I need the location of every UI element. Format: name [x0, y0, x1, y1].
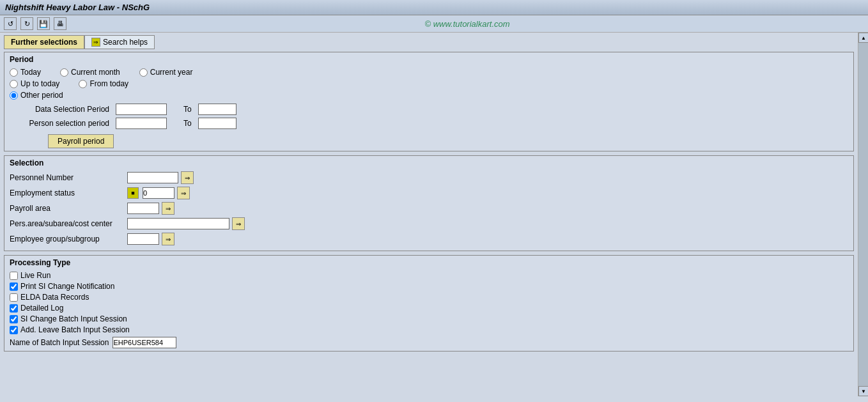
payroll-area-select-btn[interactable]: ⇒ — [162, 202, 174, 215]
pers-area-label: Pers.area/subarea/cost center — [10, 219, 125, 228]
person-selection-period-row: Person selection period To — [10, 118, 848, 129]
add-leave-batch-row: Add. Leave Batch Input Session — [10, 325, 848, 334]
selection-section: Selection Personnel Number ⇒ Employment … — [4, 155, 854, 251]
current-month-radio[interactable] — [60, 68, 68, 77]
employment-status-icon[interactable]: ■ — [127, 187, 139, 199]
current-year-label: Current year — [150, 68, 193, 77]
save-icon[interactable]: 💾 — [37, 17, 50, 30]
payroll-area-row: Payroll area ⇒ — [10, 202, 848, 215]
print-si-label: Print SI Change Notification — [20, 282, 114, 291]
data-selection-to-input[interactable] — [198, 104, 236, 115]
live-run-checkbox[interactable] — [10, 272, 18, 280]
data-selection-from-input[interactable] — [116, 104, 167, 115]
from-today-label: From today — [89, 79, 128, 88]
personnel-number-input[interactable] — [127, 172, 178, 183]
pers-area-input[interactable] — [127, 218, 229, 229]
add-leave-batch-checkbox[interactable] — [10, 326, 18, 334]
further-selections-button[interactable]: Further selections — [4, 35, 84, 49]
person-selection-from-input[interactable] — [116, 118, 167, 129]
watermark: © www.tutorialkart.com — [70, 19, 864, 29]
scroll-track — [858, 43, 868, 386]
batch-input-value[interactable] — [112, 337, 176, 348]
employee-group-label: Employee group/subgroup — [10, 235, 125, 244]
payroll-period-button[interactable]: Payroll period — [48, 134, 114, 148]
payroll-period-row: Payroll period — [10, 132, 848, 148]
person-selection-to-label: To — [183, 119, 192, 128]
current-year-radio[interactable] — [139, 68, 148, 77]
employee-group-select-btn[interactable]: ⇒ — [162, 233, 174, 245]
forward-icon[interactable]: ↻ — [20, 17, 33, 30]
live-run-row: Live Run — [10, 271, 848, 280]
scroll-up-button[interactable]: ▲ — [858, 33, 868, 43]
pers-area-select-btn[interactable]: ⇒ — [232, 217, 245, 230]
elda-row: ELDA Data Records — [10, 293, 848, 302]
other-period-radio-row: Other period — [10, 91, 848, 100]
print-icon[interactable]: 🖶 — [54, 17, 66, 30]
search-helps-button[interactable]: ⇒ Search helps — [84, 35, 155, 49]
title-bar: Nightshift Heavy Labor Law - NSchG — [0, 0, 868, 15]
employee-group-input[interactable] — [127, 233, 159, 245]
other-period-radio[interactable] — [10, 91, 18, 100]
today-label: Today — [20, 68, 41, 77]
scroll-down-button[interactable]: ▼ — [858, 386, 868, 396]
si-change-batch-checkbox[interactable] — [10, 315, 18, 323]
selection-section-title: Selection — [10, 158, 848, 167]
si-change-batch-label: SI Change Batch Input Session — [20, 314, 127, 323]
employment-status-select-btn[interactable]: ⇒ — [177, 187, 190, 199]
data-selection-label: Data Selection Period — [10, 105, 112, 114]
detailed-log-label: Detailed Log — [20, 304, 63, 313]
personnel-number-label: Personnel Number — [10, 173, 125, 182]
other-period-label: Other period — [20, 91, 63, 100]
app-title: Nightshift Heavy Labor Law - NSchG — [5, 3, 150, 12]
person-selection-label: Person selection period — [10, 119, 112, 128]
toolbar: ↺ ↻ 💾 🖶 © www.tutorialkart.com — [0, 15, 868, 33]
vertical-scrollbar: ▲ ▼ — [858, 33, 868, 396]
personnel-number-row: Personnel Number ⇒ — [10, 171, 848, 184]
live-run-label: Live Run — [20, 271, 50, 280]
data-selection-period-row: Data Selection Period To — [10, 104, 848, 115]
back-icon[interactable]: ↺ — [4, 17, 17, 30]
data-selection-to-label: To — [183, 105, 192, 114]
from-today-radio-row: From today — [79, 79, 128, 88]
personnel-number-select-btn[interactable]: ⇒ — [181, 171, 194, 184]
current-year-radio-row: Current year — [139, 68, 193, 77]
elda-label: ELDA Data Records — [20, 293, 89, 302]
button-bar: Further selections ⇒ Search helps — [4, 35, 854, 49]
detailed-log-row: Detailed Log — [10, 304, 848, 313]
detailed-log-checkbox[interactable] — [10, 304, 18, 313]
employment-status-label: Employment status — [10, 189, 125, 197]
processing-type-section: Processing Type Live Run Print SI Change… — [4, 255, 854, 352]
today-radio[interactable] — [10, 68, 18, 77]
employee-group-row: Employee group/subgroup ⇒ — [10, 233, 848, 245]
add-leave-batch-label: Add. Leave Batch Input Session — [20, 325, 130, 334]
from-today-radio[interactable] — [79, 80, 87, 88]
payroll-area-label: Payroll area — [10, 204, 125, 213]
print-si-row: Print SI Change Notification — [10, 282, 848, 291]
search-arrow-icon: ⇒ — [91, 38, 100, 47]
employment-status-row: Employment status ■ ⇒ — [10, 187, 848, 199]
employment-status-input[interactable] — [143, 187, 174, 199]
up-to-today-label: Up to today — [20, 79, 59, 88]
period-section: Period Today Current month Current year — [4, 52, 854, 151]
pers-area-row: Pers.area/subarea/cost center ⇒ — [10, 217, 848, 230]
si-change-batch-row: SI Change Batch Input Session — [10, 314, 848, 323]
up-to-today-radio-row: Up to today — [10, 79, 59, 88]
elda-checkbox[interactable] — [10, 293, 18, 302]
today-radio-row: Today — [10, 68, 41, 77]
person-selection-to-input[interactable] — [198, 118, 236, 129]
period-options-row2: Up to today From today — [10, 79, 848, 88]
period-options-row1: Today Current month Current year — [10, 68, 848, 77]
print-si-checkbox[interactable] — [10, 282, 18, 291]
batch-input-label: Name of Batch Input Session — [10, 338, 109, 347]
period-section-title: Period — [10, 55, 848, 64]
current-month-label: Current month — [71, 68, 120, 77]
payroll-area-input[interactable] — [127, 203, 159, 214]
processing-type-title: Processing Type — [10, 258, 848, 267]
current-month-radio-row: Current month — [60, 68, 120, 77]
up-to-today-radio[interactable] — [10, 80, 18, 88]
content-area: Further selections ⇒ Search helps Period… — [0, 33, 858, 396]
batch-input-session-row: Name of Batch Input Session — [10, 337, 848, 348]
